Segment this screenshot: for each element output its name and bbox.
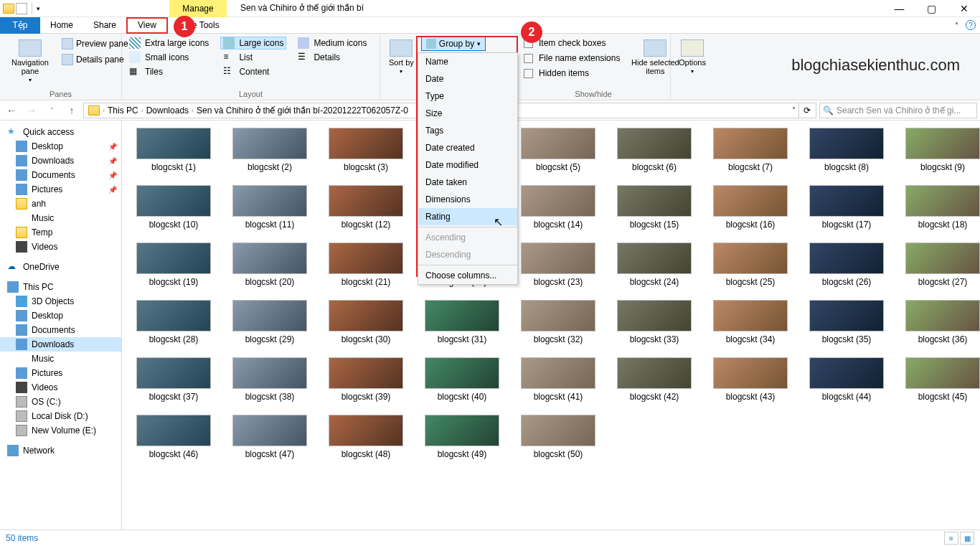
- layout-list[interactable]: List: [220, 51, 286, 64]
- nav-item[interactable]: Music: [0, 352, 121, 366]
- file-item[interactable]: blogcskt (18): [897, 185, 980, 230]
- dropdown-item[interactable]: Size: [418, 105, 517, 122]
- nav-item[interactable]: Videos: [0, 380, 121, 395]
- breadcrumb-segment[interactable]: Downloads: [143, 105, 192, 116]
- file-item[interactable]: blogcskt (48): [320, 415, 412, 459]
- nav-item[interactable]: Documents: [0, 323, 121, 337]
- layout-medium[interactable]: Medium icons: [295, 37, 369, 50]
- dropdown-item[interactable]: Rating: [418, 208, 517, 225]
- nav-onedrive[interactable]: ☁OneDrive: [0, 260, 121, 274]
- nav-network[interactable]: Network: [0, 443, 121, 458]
- search-input[interactable]: 🔍 Search Sen và Chihiro ở thế gi...: [819, 103, 977, 118]
- nav-item[interactable]: Local Disk (D:): [0, 409, 121, 423]
- nav-item[interactable]: 3D Objects: [0, 294, 121, 309]
- nav-item[interactable]: Downloads📌: [0, 154, 121, 168]
- contextual-tab-manage[interactable]: Manage: [169, 0, 227, 17]
- thumbnails-view-button[interactable]: ▦: [960, 532, 974, 545]
- options-button[interactable]: Options ▾: [674, 37, 710, 77]
- navigation-pane-button[interactable]: Navigation pane ▾: [4, 37, 56, 86]
- nav-quick-access[interactable]: ★Quick access: [0, 125, 121, 139]
- back-button[interactable]: ←: [3, 102, 20, 119]
- file-item[interactable]: blogcskt (11): [224, 185, 316, 230]
- file-item[interactable]: blogcskt (7): [705, 128, 796, 172]
- file-item[interactable]: blogcskt (26): [801, 243, 892, 287]
- file-item[interactable]: blogcskt (6): [608, 128, 700, 172]
- file-name-extensions-checkbox[interactable]: File name extensions: [521, 52, 623, 65]
- nav-item[interactable]: New Volume (E:): [0, 423, 121, 438]
- file-item[interactable]: blogcskt (27): [897, 243, 980, 287]
- nav-item[interactable]: Pictures📌: [0, 182, 121, 197]
- file-item[interactable]: blogcskt (28): [128, 300, 220, 344]
- file-item[interactable]: blogcskt (35): [801, 300, 892, 344]
- file-item[interactable]: blogcskt (30): [320, 300, 412, 344]
- file-item[interactable]: blogcskt (5): [512, 128, 604, 172]
- file-item[interactable]: blogcskt (19): [128, 243, 220, 287]
- nav-item[interactable]: anh: [0, 197, 121, 211]
- breadcrumb-dropdown-icon[interactable]: ˅: [792, 106, 798, 114]
- dropdown-item[interactable]: Dimensions: [418, 191, 517, 208]
- file-item[interactable]: blogcskt (44): [801, 357, 892, 402]
- file-item[interactable]: blogcskt (37): [128, 357, 220, 402]
- dropdown-item[interactable]: Type: [418, 88, 517, 105]
- up-button[interactable]: ↑: [63, 102, 80, 119]
- nav-item[interactable]: Documents📌: [0, 168, 121, 182]
- nav-item[interactable]: Videos: [0, 240, 121, 254]
- close-button[interactable]: ✕: [948, 0, 980, 17]
- layout-extra-large[interactable]: Extra large icons: [126, 37, 212, 50]
- minimize-button[interactable]: —: [883, 0, 915, 17]
- recent-locations-button[interactable]: ˅: [43, 102, 60, 119]
- file-item[interactable]: blogcskt (38): [224, 357, 316, 402]
- file-item[interactable]: blogcskt (16): [705, 185, 796, 230]
- file-item[interactable]: blogcskt (50): [512, 415, 604, 459]
- nav-item[interactable]: Temp: [0, 225, 121, 240]
- tab-file[interactable]: Tệp: [0, 17, 40, 34]
- file-item[interactable]: blogcskt (46): [128, 415, 220, 459]
- file-item[interactable]: blogcskt (34): [705, 300, 796, 344]
- dropdown-item[interactable]: Date created: [418, 139, 517, 156]
- file-item[interactable]: blogcskt (23): [512, 243, 604, 287]
- file-item[interactable]: blogcskt (9): [897, 128, 980, 172]
- qat-icon[interactable]: [16, 3, 27, 14]
- file-item[interactable]: blogcskt (39): [320, 357, 412, 402]
- file-item[interactable]: blogcskt (1): [128, 128, 220, 172]
- file-item[interactable]: blogcskt (14): [512, 185, 604, 230]
- file-item[interactable]: blogcskt (8): [801, 128, 892, 172]
- file-item[interactable]: blogcskt (47): [224, 415, 316, 459]
- breadcrumb-segment[interactable]: Sen và Chihiro ở thế giới thần bí-202012…: [194, 105, 411, 116]
- file-item[interactable]: blogcskt (41): [512, 357, 604, 402]
- maximize-button[interactable]: ▢: [915, 0, 948, 17]
- file-item[interactable]: blogcskt (15): [608, 185, 700, 230]
- nav-item[interactable]: Pictures: [0, 366, 121, 380]
- details-pane-button[interactable]: Details pane: [59, 52, 131, 67]
- nav-item[interactable]: Downloads: [0, 337, 121, 352]
- file-item[interactable]: blogcskt (42): [608, 357, 700, 402]
- file-item[interactable]: blogcskt (12): [320, 185, 412, 230]
- dropdown-item[interactable]: Tags: [418, 122, 517, 139]
- layout-large[interactable]: Large icons: [220, 37, 286, 50]
- file-item[interactable]: blogcskt (49): [416, 415, 508, 459]
- nav-item[interactable]: Desktop📌: [0, 139, 121, 154]
- file-item[interactable]: blogcskt (3): [320, 128, 412, 172]
- help-icon[interactable]: ?: [966, 20, 976, 30]
- dropdown-item[interactable]: Date: [418, 70, 517, 88]
- file-item[interactable]: blogcskt (20): [224, 243, 316, 287]
- file-item[interactable]: blogcskt (25): [705, 243, 796, 287]
- details-view-button[interactable]: ≡: [944, 532, 958, 545]
- tab-share[interactable]: Share: [83, 17, 126, 34]
- layout-small[interactable]: Small icons: [126, 51, 212, 64]
- file-item[interactable]: blogcskt (29): [224, 300, 316, 344]
- nav-item[interactable]: Desktop: [0, 309, 121, 323]
- file-item[interactable]: blogcskt (10): [128, 185, 220, 230]
- file-item[interactable]: blogcskt (2): [224, 128, 316, 172]
- nav-item[interactable]: OS (C:): [0, 395, 121, 409]
- file-item[interactable]: blogcskt (31): [416, 300, 508, 344]
- dropdown-item[interactable]: Choose columns...: [418, 267, 517, 284]
- forward-button[interactable]: →: [23, 102, 40, 119]
- ribbon-collapse-icon[interactable]: ˄: [955, 22, 958, 29]
- tab-home[interactable]: Home: [40, 17, 83, 34]
- layout-tiles[interactable]: Tiles: [126, 65, 212, 78]
- file-item[interactable]: blogcskt (43): [705, 357, 796, 402]
- breadcrumb-segment[interactable]: This PC: [105, 105, 141, 116]
- dropdown-item[interactable]: Name: [418, 53, 517, 70]
- nav-this-pc[interactable]: This PC: [0, 280, 121, 294]
